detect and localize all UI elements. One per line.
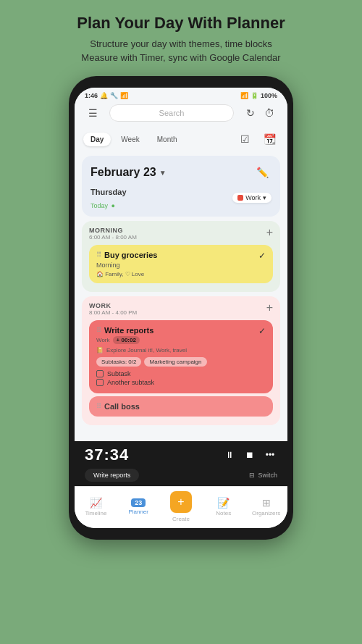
phone-device: 1:46 🔔 🔧 📶 📶 🔋 100% ☰ Search ↻ ⏱ Day Wee… <box>69 76 293 540</box>
work-dot-icon <box>237 195 243 201</box>
tab-week[interactable]: Week <box>114 133 146 146</box>
day-row: Thursday Today ● Work ▾ <box>90 185 272 211</box>
phone-screen: 1:46 🔔 🔧 📶 📶 🔋 100% ☰ Search ↻ ⏱ Day Wee… <box>75 88 287 528</box>
date-header: February 23 ▼ ✏️ Thursday Today ● Work <box>82 156 280 217</box>
subtask-pills: Subtasks: 0/2 Marketing campaign <box>96 357 266 367</box>
timeline-icon: 📈 <box>90 497 102 509</box>
header-title: Plan Your Day With Planner <box>14 13 348 34</box>
nav-organizers[interactable]: ⊞ Organizers <box>250 497 282 517</box>
search-input[interactable]: Search <box>109 104 234 122</box>
menu-icon[interactable]: ☰ <box>83 104 102 122</box>
planner-badge: 23 <box>131 498 146 507</box>
planner-label: Planner <box>128 509 148 515</box>
subtask-2[interactable]: Another subtask <box>96 379 266 386</box>
header-subtitle: Structure your day with themes, time blo… <box>14 37 348 65</box>
nav-timeline[interactable]: 📈 Timeline <box>80 497 112 517</box>
check-icon: ✓ <box>258 251 266 261</box>
date-caret-icon: ▼ <box>159 169 167 177</box>
status-right: 📶 🔋 100% <box>240 92 277 99</box>
status-time: 1:46 🔔 🔧 📶 <box>85 92 128 99</box>
more-button[interactable]: ••• <box>263 448 277 462</box>
write-reports-card[interactable]: ⠿ Write reports ✓ Work + 00:02 📔 Explore… <box>89 320 273 393</box>
today-label: Today <box>90 202 108 209</box>
task-check-icon: ✓ <box>258 326 266 336</box>
pause-button[interactable]: ⏸ <box>222 448 237 462</box>
drag-icon: ⠿ <box>96 326 101 334</box>
timer-display: 37:34 <box>85 446 129 464</box>
tab-right-icons: ☑ 📆 <box>235 130 279 149</box>
date-row: February 23 ▼ ✏️ <box>90 163 272 182</box>
nav-notes[interactable]: 📝 Notes <box>207 497 240 517</box>
call-boss-card[interactable]: ⠿ Call boss <box>89 396 273 417</box>
bottom-nav: 📈 Timeline 23 Planner + Create 📝 Notes ⊞… <box>75 486 287 528</box>
notes-icon: 📝 <box>217 497 230 509</box>
checklist-icon[interactable]: ☑ <box>235 130 254 149</box>
nav-planner[interactable]: 23 Planner <box>122 498 155 515</box>
edit-icon[interactable]: ✏️ <box>253 163 272 182</box>
work-header: WORK 8:00 AM - 4:00 PM + <box>89 302 273 316</box>
subtask-count-pill: Subtasks: 0/2 <box>96 357 141 367</box>
timer-sub-bar: Write reports ⊟ Switch <box>75 469 287 486</box>
switch-button[interactable]: ⊟ Switch <box>249 472 277 479</box>
drag-icon: ⠿ <box>96 402 101 410</box>
work-section: WORK 8:00 AM - 4:00 PM + ⠿ Write reports… <box>82 296 280 425</box>
notes-label: Notes <box>216 510 231 517</box>
timer-controls: ⏸ ⏹ ••• <box>222 448 277 462</box>
create-icon[interactable]: + <box>170 491 192 513</box>
organizers-label: Organizers <box>252 510 280 517</box>
timer-icon[interactable]: ⏱ <box>260 104 279 122</box>
morning-section: MORNING 6:00 AM - 8:00 AM + ⠿ Buy grocer… <box>82 221 280 292</box>
nav-create[interactable]: + Create <box>164 491 197 522</box>
call-boss-header: ⠿ Call boss <box>96 402 266 411</box>
top-bar: ☰ Search ↻ ⏱ <box>75 101 287 127</box>
work-tags-row: Work + 00:02 <box>96 336 266 344</box>
tab-day[interactable]: Day <box>83 133 111 146</box>
status-bar: 1:46 🔔 🔧 📶 📶 🔋 100% <box>75 88 287 101</box>
organizers-icon: ⊞ <box>262 497 271 509</box>
timer-badge: + 00:02 <box>113 336 140 344</box>
timeline-label: Timeline <box>85 510 106 517</box>
checkbox-icon <box>96 370 104 377</box>
calendar-icon[interactable]: 📆 <box>260 130 279 149</box>
work-add-button[interactable]: + <box>266 302 273 314</box>
grocery-task-header: ⠿ Buy groceries ✓ <box>96 251 266 261</box>
tab-row: Day Week Month ☑ 📆 <box>75 127 287 153</box>
work-task-tags: 📔 Explore Journal it!, Work, travel <box>96 347 266 354</box>
refresh-icon[interactable]: ↻ <box>241 104 260 122</box>
grocery-tags: 🏠 Family, ♡ Love <box>96 271 266 277</box>
grocery-task-card[interactable]: ⠿ Buy groceries ✓ Morning 🏠 Family, ♡ Lo… <box>89 245 273 283</box>
stop-button[interactable]: ⏹ <box>243 448 257 462</box>
subtask-1[interactable]: Subtask <box>96 370 266 377</box>
create-label: Create <box>172 516 190 522</box>
task-label-button[interactable]: Write reports <box>85 469 139 482</box>
date-title: February 23 ▼ <box>90 166 167 179</box>
checkbox-icon <box>96 379 104 386</box>
morning-add-button[interactable]: + <box>266 227 273 238</box>
marketing-pill: Marketing campaign <box>144 357 206 367</box>
tab-month[interactable]: Month <box>150 133 185 146</box>
write-reports-header: ⠿ Write reports ✓ <box>96 326 266 336</box>
drag-icon: ⠿ <box>96 251 101 259</box>
timer-bar: 37:34 ⏸ ⏹ ••• <box>75 441 287 469</box>
work-badge[interactable]: Work ▾ <box>232 193 272 203</box>
app-header: Plan Your Day With Planner Structure you… <box>0 0 362 72</box>
content-area: February 23 ▼ ✏️ Thursday Today ● Work <box>75 153 287 441</box>
morning-header: MORNING 6:00 AM - 8:00 AM + <box>89 227 273 241</box>
